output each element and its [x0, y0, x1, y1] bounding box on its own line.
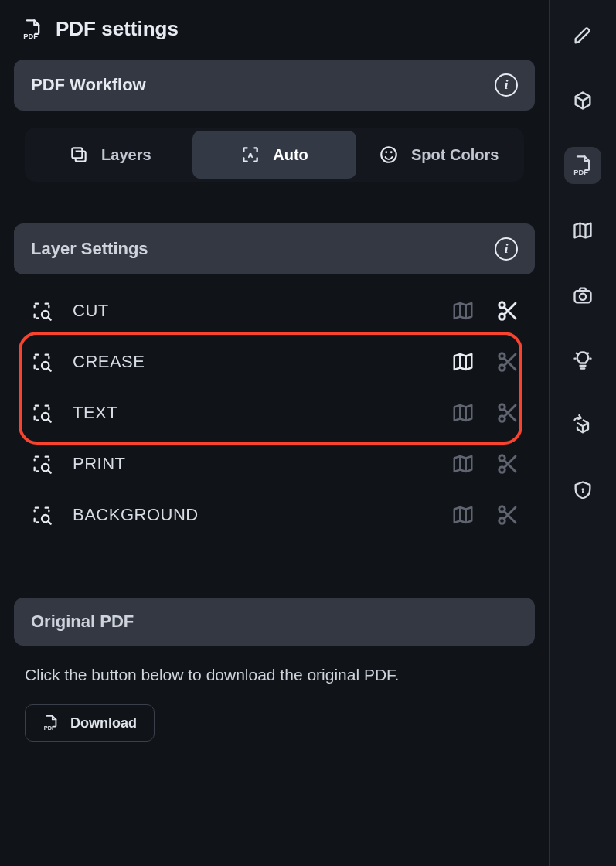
cut-toggle[interactable]	[496, 299, 519, 322]
sidenav-rotate[interactable]	[564, 407, 601, 444]
select-zoom-icon[interactable]	[31, 402, 53, 424]
layer-name: PRINT	[73, 454, 431, 474]
workflow-title: PDF Workflow	[31, 75, 146, 95]
select-zoom-icon[interactable]	[31, 504, 53, 526]
layer-settings-title: Layer Settings	[31, 239, 148, 259]
scissors-icon	[496, 350, 519, 373]
pdf-icon	[22, 19, 43, 40]
sidenav-camera[interactable]	[564, 277, 601, 314]
scissors-icon	[496, 503, 519, 527]
layer-row-text: TEXT	[31, 394, 530, 432]
page-title: PDF settings	[56, 17, 179, 41]
sidenav-shield[interactable]	[564, 472, 601, 509]
map-icon	[451, 299, 475, 322]
map-toggle[interactable]	[451, 503, 475, 527]
settings-panel: PDF settings PDF Workflow i Layers Auto …	[0, 0, 549, 866]
layer-row-background: BACKGROUND	[31, 496, 530, 534]
pdf-icon	[572, 155, 594, 176]
sidenav-map[interactable]	[564, 212, 601, 249]
cut-toggle[interactable]	[496, 452, 519, 476]
palette-icon	[379, 145, 399, 165]
original-pdf-title: Original PDF	[31, 612, 134, 632]
tab-layers-label: Layers	[101, 146, 151, 164]
tab-spot-colors-label: Spot Colors	[411, 146, 499, 164]
select-zoom-icon[interactable]	[31, 300, 53, 322]
download-button[interactable]: Download	[25, 704, 155, 742]
layer-list: CUT CREASE TEXT PRIN	[14, 292, 535, 534]
original-pdf-hint: Click the button below to download the o…	[14, 663, 535, 704]
map-toggle[interactable]	[451, 452, 475, 476]
map-icon	[451, 503, 475, 527]
bulb-icon	[572, 349, 594, 371]
focus-icon	[240, 145, 260, 165]
cut-toggle[interactable]	[496, 503, 519, 527]
layer-row-crease: CREASE	[31, 343, 530, 381]
pdf-icon	[43, 714, 60, 731]
select-zoom-icon[interactable]	[31, 351, 53, 373]
original-pdf-header: Original PDF	[14, 598, 535, 646]
tab-spot-colors[interactable]: Spot Colors	[356, 131, 521, 179]
map-toggle[interactable]	[451, 299, 475, 322]
page-title-row: PDF settings	[14, 17, 535, 41]
map-icon	[451, 350, 475, 373]
workflow-header: PDF Workflow i	[14, 60, 535, 111]
sidenav-bulb[interactable]	[564, 342, 601, 379]
layer-settings-header: Layer Settings i	[14, 223, 535, 274]
layer-row-cut: CUT	[31, 292, 530, 330]
layer-name: TEXT	[73, 403, 431, 423]
layer-row-print: PRINT	[31, 445, 530, 483]
camera-icon	[572, 285, 594, 306]
layers-icon	[69, 145, 89, 165]
rotate-icon	[572, 414, 594, 436]
tab-auto-label: Auto	[273, 146, 308, 164]
scissors-icon	[496, 401, 519, 424]
map-icon	[451, 452, 475, 476]
sidenav-edit[interactable]	[564, 17, 601, 54]
map-icon	[572, 220, 594, 241]
layer-name: CUT	[73, 301, 431, 321]
box-icon	[572, 90, 594, 111]
select-zoom-icon[interactable]	[31, 453, 53, 475]
pencil-icon	[572, 25, 594, 46]
layer-name: CREASE	[73, 352, 431, 372]
scissors-icon	[496, 299, 519, 322]
cut-toggle[interactable]	[496, 401, 519, 424]
sidenav-box[interactable]	[564, 82, 601, 119]
layer-name: BACKGROUND	[73, 505, 431, 525]
side-nav	[549, 0, 616, 866]
shield-icon	[572, 479, 594, 501]
map-toggle[interactable]	[451, 350, 475, 373]
map-toggle[interactable]	[451, 401, 475, 424]
sidenav-pdf[interactable]	[564, 147, 601, 184]
cut-toggle[interactable]	[496, 350, 519, 373]
tab-auto[interactable]: Auto	[192, 131, 357, 179]
tab-layers[interactable]: Layers	[28, 131, 192, 179]
download-label: Download	[70, 715, 137, 731]
workflow-info-button[interactable]: i	[495, 73, 518, 97]
layer-settings-info-button[interactable]: i	[495, 237, 518, 261]
scissors-icon	[496, 452, 519, 476]
map-icon	[451, 401, 475, 424]
workflow-tabs: Layers Auto Spot Colors	[25, 128, 524, 182]
